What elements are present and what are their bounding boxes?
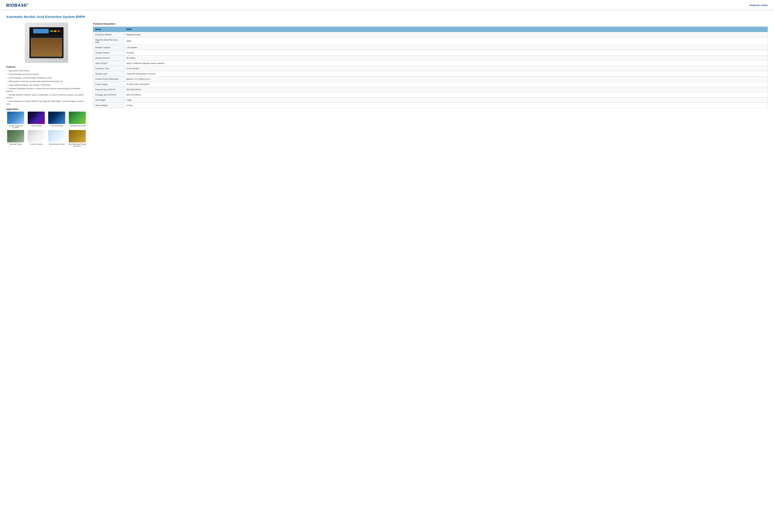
- param-name: Magnetic Bead Recovery Rate: [93, 37, 124, 45]
- header: BIOBASE® BIOBASE CHINA: [0, 0, 774, 10]
- tech-params-title: Technical Parameters:: [93, 23, 768, 25]
- table-row: External Size (W*D*H)285*280*295mm: [93, 87, 768, 92]
- logo-reg: ®: [27, 3, 29, 6]
- feature-item: ＊ Constant temperature function: to ensu…: [6, 87, 87, 93]
- param-name: Working Volume: [93, 55, 124, 61]
- table-row: ModelBNP8: [93, 27, 768, 32]
- table-row: Package Size (W*D*H)385*370*395mm: [93, 92, 768, 98]
- machine-inner: [31, 38, 62, 56]
- param-value: Magnetic Beads: [124, 32, 768, 37]
- content-area: Features: ＊ High purity of the product.＊…: [6, 23, 768, 147]
- param-name: Gross Weight: [93, 103, 124, 108]
- feature-item: ＊ Fully automated and easy to operate.: [6, 73, 87, 76]
- app-item: Forensic Testing: [27, 130, 46, 147]
- machine-window: [31, 38, 62, 57]
- feature-item: ＊ High purity of the product.: [6, 69, 87, 72]
- table-row: Sample LysisControlled Temperature Funct…: [93, 71, 768, 76]
- app-item: Chip Technology: [47, 112, 66, 128]
- application-title: Application:: [6, 108, 87, 110]
- app-label: Forensic Testing: [30, 143, 42, 145]
- param-value: BNP8: [124, 27, 768, 32]
- machine-btn-orange: [54, 30, 56, 32]
- param-value: 385*370*395mm: [124, 92, 768, 98]
- table-row: Power SupplyAC100V-240V 50Hz/60Hz: [93, 82, 768, 87]
- param-name: External Size (W*D*H): [93, 87, 124, 92]
- app-label: Chip Technology: [50, 125, 63, 127]
- table-row: Open SystemApply to different magnetic b…: [93, 61, 768, 66]
- param-value: Controlled Temperature Function: [124, 71, 768, 76]
- feature-item: ＊ Friendly operation interface; easy to …: [6, 93, 87, 99]
- table-row: Extraction Time15-40 minutes: [93, 66, 768, 71]
- feature-item: ＊ Small appearance, strong material, lon…: [6, 100, 87, 105]
- app-image: [7, 112, 24, 124]
- table-row: Gross Weight14.5kg: [93, 103, 768, 108]
- machine-btn-green: [50, 30, 53, 32]
- app-label: Genetic Screening (E.SNP): [6, 125, 25, 128]
- app-image: [48, 130, 65, 142]
- app-image: [69, 112, 86, 124]
- left-column: Features: ＊ High purity of the product.＊…: [6, 23, 87, 147]
- right-column: Technical Parameters: ModelBNP8Extractio…: [93, 23, 768, 147]
- features-section: Features: ＊ High purity of the product.＊…: [6, 66, 87, 105]
- table-row: Product Purity A260/A280DNA≥1.7-2.0; RNA…: [93, 76, 768, 82]
- param-value: 285*280*295mm: [124, 87, 768, 92]
- app-image: [28, 112, 45, 124]
- machine-screen: [33, 29, 49, 33]
- app-label: Tissue Typing: [31, 125, 41, 127]
- param-name: Sample Lysis: [93, 71, 124, 76]
- param-value: 14.5kg: [124, 103, 768, 108]
- param-name: Extraction Method: [93, 32, 124, 37]
- table-row: Sample Capacity1-8 samples: [93, 45, 768, 50]
- app-item: Paternity Testing: [6, 130, 25, 147]
- table-row: Working Volume60-1000μl: [93, 55, 768, 61]
- param-name: Model: [93, 27, 124, 32]
- feature-item: ＊ Low throughput, can processing 8 sampl…: [6, 76, 87, 79]
- app-image: [48, 112, 65, 124]
- feature-item: ＊ Optimization of extraction process wit…: [6, 80, 87, 83]
- param-name: Package Size (W*D*H): [93, 92, 124, 98]
- app-item: Transgene Screening: [68, 112, 87, 128]
- machine-illustration: [29, 27, 63, 58]
- feature-item: ＊ Large capacity program, can storage 1-…: [6, 84, 87, 86]
- param-name: Sample Capacity: [93, 45, 124, 50]
- app-label: Microbiology Testing: [49, 143, 64, 145]
- app-label: Plant Molecular Biology Research: [68, 143, 87, 147]
- param-value: 60-1000μl: [124, 55, 768, 61]
- params-table: ModelBNP8Extraction MethodMagnetic Beads…: [93, 27, 768, 108]
- param-value: Apply to different magnetic beads reagen…: [124, 61, 768, 66]
- table-row: Extraction MethodMagnetic Beads: [93, 32, 768, 37]
- app-item: Plant Molecular Biology Research: [68, 130, 87, 147]
- param-value: 7.5kg: [124, 98, 768, 103]
- param-value: DNA≥1.7-2.0; RNA≥1.8-2.1: [124, 76, 768, 82]
- param-name: Net Weight: [93, 98, 124, 103]
- features-list: ＊ High purity of the product.＊ Fully aut…: [6, 69, 87, 105]
- logo-text: BIOBASE: [6, 3, 27, 8]
- app-image: [69, 130, 86, 142]
- app-image: [28, 130, 45, 142]
- param-name: Extraction Time: [93, 66, 124, 71]
- app-item: Tissue Typing: [27, 112, 46, 128]
- product-image: [25, 23, 68, 63]
- param-value: 20-500μl: [124, 50, 768, 55]
- param-name: Open System: [93, 61, 124, 66]
- header-nav-right: BIOBASE CHINA: [750, 4, 768, 7]
- app-item: Microbiology Testing: [47, 130, 66, 147]
- logo: BIOBASE®: [6, 3, 29, 8]
- table-row: Magnetic Bead Recovery Rate≥98%: [93, 37, 768, 45]
- param-name: Product Purity A260/A280: [93, 76, 124, 82]
- param-value: 15-40 minutes: [124, 66, 768, 71]
- machine-top: [29, 27, 63, 35]
- application-section: Application: Genetic Screening (E.SNP)Ti…: [6, 108, 87, 147]
- machine-btn-red: [57, 30, 60, 32]
- main-content: Automatic Nucleic Acid Extraction System…: [0, 10, 774, 152]
- page-title: Automatic Nucleic Acid Extraction System…: [6, 15, 768, 19]
- app-image: [7, 130, 24, 142]
- features-title: Features:: [6, 66, 87, 68]
- param-value: ≥98%: [124, 37, 768, 45]
- param-name: Sample Volume: [93, 50, 124, 55]
- application-grid: Genetic Screening (E.SNP)Tissue TypingCh…: [6, 112, 87, 147]
- param-name: Power Supply: [93, 82, 124, 87]
- app-label: Paternity Testing: [9, 143, 22, 145]
- table-row: Sample Volume20-500μl: [93, 50, 768, 55]
- product-image-area: [6, 23, 87, 63]
